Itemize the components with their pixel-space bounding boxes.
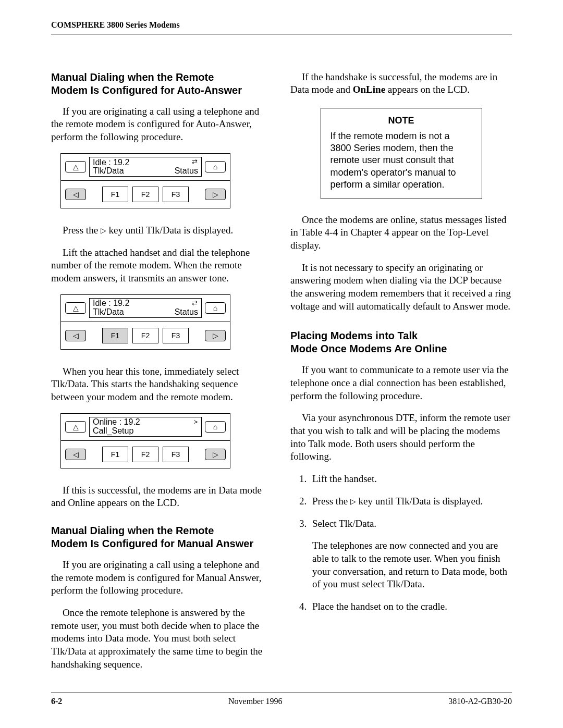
text-span: Press the	[63, 225, 101, 236]
paragraph: If you are originating a call using a te…	[51, 105, 273, 144]
list-text: Place the handset on to the cradle.	[312, 601, 447, 612]
paragraph: Once the modems are online, status messa…	[290, 214, 512, 252]
arrows-icon: ⇄	[192, 158, 197, 166]
paragraph: It is not necessary to specify an origin…	[290, 262, 512, 313]
list-text: Select Tlk/Data.	[312, 518, 376, 529]
f1-key: F1	[102, 187, 128, 202]
footer-date: November 1996	[228, 696, 283, 707]
heading-line: Mode Once Modems Are Online	[290, 343, 447, 354]
paragraph: If you are originating a call using a te…	[51, 559, 273, 597]
up-triangle-icon: △	[73, 162, 79, 171]
paragraph: If the handshake is successful, the mode…	[290, 71, 512, 96]
lcd-line2-left: Tlk/Data	[93, 308, 124, 317]
f3-key: F3	[163, 187, 189, 202]
left-button: ◁	[65, 449, 86, 460]
up-triangle-icon: △	[73, 303, 79, 313]
heading-line: Manual Dialing when the Remote	[51, 525, 214, 536]
note-title: NOTE	[331, 115, 472, 127]
right-triangle-icon: ▷	[350, 498, 356, 505]
lcd-line1: Idle : 19.2	[93, 158, 198, 167]
f3-key: F3	[163, 447, 189, 462]
heading-line: Manual Dialing when the Remote	[51, 71, 214, 83]
lcd-line2-left: Call_Setup	[93, 427, 133, 436]
right-column: If the handshake is successful, the mode…	[290, 71, 512, 681]
paragraph: When you hear this tone, immediately sel…	[51, 365, 273, 404]
heading-line: Modem Is Configured for Manual Answer	[51, 538, 253, 549]
lcd-line2-right: Status	[175, 167, 198, 176]
procedure-list: Lift the handset. Press the ▷ key until …	[295, 473, 512, 613]
left-button: ◁	[65, 189, 86, 200]
f2-key: F2	[132, 328, 158, 343]
up-triangle-icon: △	[73, 422, 79, 431]
list-item: Lift the handset.	[309, 473, 512, 486]
right-triangle-icon: ▷	[213, 450, 218, 459]
note-body: If the remote modem is not a 3800 Series…	[331, 130, 472, 191]
list-text: Lift the handset.	[312, 473, 377, 484]
lcd-line2-left: Tlk/Data	[93, 167, 124, 176]
up-button: △	[65, 161, 86, 172]
up-button: △	[65, 421, 86, 433]
text-span: key until Tlk/Data is displayed.	[106, 225, 233, 236]
heading-line: Placing Modems into Talk	[290, 330, 418, 341]
left-triangle-icon: ◁	[73, 190, 79, 199]
right-triangle-icon: ▷	[213, 331, 218, 340]
running-header: COMSPHERE 3800 Series Modems	[51, 20, 512, 34]
lcd-line1: Online : 19.2	[93, 418, 198, 427]
page-footer: 6-2 November 1996 3810-A2-GB30-20	[51, 693, 512, 707]
lcd-screen: ⇄ Idle : 19.2 Tlk/DataStatus	[89, 298, 202, 318]
paragraph: Once the remote telephone is answered by…	[51, 607, 273, 671]
text-span: appears on the LCD.	[385, 84, 470, 95]
text-span: key until Tlk/Data is displayed.	[356, 496, 483, 507]
paragraph: If this is successful, the modems are in…	[51, 484, 273, 510]
list-item: Press the ▷ key until Tlk/Data is displa…	[309, 495, 512, 508]
lcd-line2-right: Status	[175, 308, 198, 317]
f1-key-active: F1	[102, 328, 128, 343]
heading-manual-answer: Manual Dialing when the Remote Modem Is …	[51, 524, 273, 550]
up-button: △	[65, 302, 86, 314]
left-button: ◁	[65, 330, 86, 341]
paragraph: Via your asynchronous DTE, inform the re…	[290, 412, 512, 463]
left-column: Manual Dialing when the Remote Modem Is …	[51, 71, 273, 681]
list-subtext: The telephones are now connected and you…	[312, 539, 512, 591]
heading-talk-mode: Placing Modems into Talk Mode Once Modem…	[290, 329, 512, 355]
left-triangle-icon: ◁	[73, 450, 79, 459]
right-button: ▷	[205, 189, 226, 200]
f3-key: F3	[163, 328, 189, 343]
f2-key: F2	[132, 187, 158, 202]
f2-key: F2	[132, 447, 158, 462]
footer-doc-id: 3810-A2-GB30-20	[448, 696, 512, 707]
paragraph: Lift the attached handset and dial the t…	[51, 246, 273, 285]
home-icon: ⌂	[213, 303, 217, 313]
home-button: ⌂	[205, 421, 226, 433]
f1-key: F1	[102, 447, 128, 462]
lcd-screen: ⇄ Idle : 19.2 Tlk/DataStatus	[89, 157, 202, 177]
list-item: Select Tlk/Data. The telephones are now …	[309, 517, 512, 591]
bold-text: OnLine	[353, 84, 385, 95]
heading-line: Modem Is Configured for Auto-Answer	[51, 84, 242, 96]
lcd-screen: > Online : 19.2 Call_Setup	[89, 417, 202, 437]
lcd-panel-idle-1: △ ⇄ Idle : 19.2 Tlk/DataStatus ⌂ ◁ F1 F2…	[60, 153, 230, 208]
home-button: ⌂	[205, 302, 226, 314]
left-triangle-icon: ◁	[73, 331, 79, 340]
note-box: NOTE If the remote modem is not a 3800 S…	[321, 108, 482, 199]
home-icon: ⌂	[213, 162, 217, 171]
lcd-line1: Idle : 19.2	[93, 299, 198, 308]
text-span: Press the	[312, 496, 350, 507]
right-triangle-icon: ▷	[101, 227, 106, 235]
right-button: ▷	[205, 330, 226, 341]
lcd-panel-idle-2: △ ⇄ Idle : 19.2 Tlk/DataStatus ⌂ ◁ F1 F2…	[60, 294, 230, 350]
home-button: ⌂	[205, 161, 226, 172]
footer-page-number: 6-2	[51, 696, 62, 707]
home-icon: ⌂	[213, 422, 217, 431]
right-button: ▷	[205, 449, 226, 460]
lcd-panel-online: △ > Online : 19.2 Call_Setup ⌂ ◁ F1 F2 F…	[60, 413, 230, 468]
right-triangle-icon: ▷	[213, 190, 218, 199]
list-item: Place the handset on to the cradle.	[309, 600, 512, 613]
arrow-right-icon: >	[193, 418, 197, 426]
heading-auto-answer: Manual Dialing when the Remote Modem Is …	[51, 71, 273, 97]
arrows-icon: ⇄	[192, 300, 197, 307]
paragraph: If you want to communicate to a remote u…	[290, 364, 512, 402]
paragraph: Press the ▷ key until Tlk/Data is displa…	[51, 224, 273, 237]
